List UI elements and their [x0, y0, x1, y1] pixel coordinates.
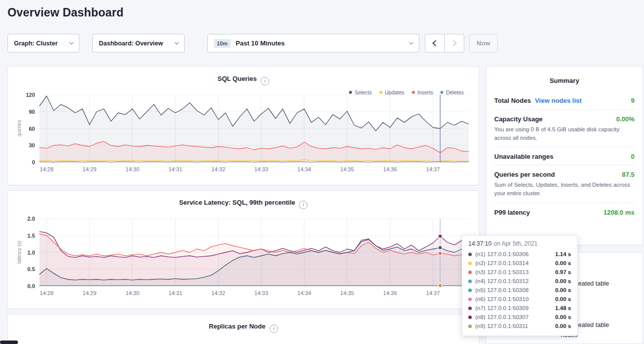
svg-text:14:35: 14:35 [340, 290, 354, 296]
tooltip-node-row: (n9) 127.0.0.1:503110.00 s [468, 322, 571, 331]
tooltip-header: 14:37:10on Apr 5th, 2021 [468, 240, 571, 247]
next-range-button[interactable] [444, 34, 464, 52]
total-nodes-label: Total Nodes [494, 97, 531, 104]
svg-text:14:31: 14:31 [169, 166, 183, 172]
node-color-dot-icon [468, 280, 472, 283]
chevron-left-icon [432, 40, 439, 46]
tooltip-node-value: 0.00 s [555, 296, 571, 302]
svg-text:60: 60 [29, 126, 35, 132]
svg-text:14:28: 14:28 [40, 290, 54, 296]
summary-row-p99: P99 latency 1208.0 ms [494, 203, 635, 221]
page-title: Overview Dashboard [7, 6, 123, 19]
total-nodes-value: 9 [631, 97, 635, 104]
tooltip-node-row: (n8) 127.0.0.1:503070.00 s [468, 313, 571, 322]
svg-text:14:29: 14:29 [83, 290, 97, 296]
latency-plot[interactable]: 0.00.51.01.52.014:2814:2914:3014:3114:32… [12, 216, 476, 301]
node-color-dot-icon [468, 253, 472, 256]
svg-text:14:37: 14:37 [426, 290, 440, 296]
svg-text:1.0: 1.0 [27, 250, 35, 256]
svg-text:14:35: 14:35 [340, 166, 354, 172]
node-color-dot-icon [468, 271, 472, 274]
p99-latency-label: P99 latency [494, 209, 530, 216]
svg-text:14:28: 14:28 [40, 166, 54, 172]
chevron-right-icon [450, 40, 457, 46]
unavailable-ranges-value: 0 [631, 153, 635, 160]
tooltip-node-value: 1.48 s [555, 305, 571, 311]
chart-hover-tooltip: 14:37:10on Apr 5th, 2021 (n1) 127.0.0.1:… [462, 235, 578, 336]
tooltip-node-value: 0.97 s [555, 269, 571, 275]
svg-text:14:34: 14:34 [298, 166, 312, 172]
tooltip-rows: (n1) 127.0.0.1:503061.14 s(n2) 127.0.0.1… [468, 250, 571, 331]
svg-text:0.0: 0.0 [27, 283, 35, 289]
tooltip-node-value: 0.00 s [555, 323, 571, 329]
node-color-dot-icon [468, 316, 472, 319]
tooltip-node-value: 0.00 s [555, 314, 571, 320]
info-icon[interactable]: i [299, 201, 308, 209]
tooltip-node-label: (n5) 127.0.0.1:50308 [475, 287, 555, 293]
info-icon[interactable]: i [261, 77, 269, 85]
latency-chart-card: Service Latency: SQL, 99th percentilei l… [7, 190, 479, 309]
svg-text:14:36: 14:36 [383, 166, 397, 172]
svg-text:14:34: 14:34 [298, 290, 312, 296]
time-range-picker[interactable]: 10m Past 10 Minutes [207, 34, 419, 52]
bottom-left-artifact [0, 341, 18, 344]
capacity-usage-subtext: You are using 0 B of 4.5 GiB usable disk… [494, 125, 635, 142]
tooltip-node-label: (n8) 127.0.0.1:50307 [475, 314, 555, 320]
svg-text:14:31: 14:31 [169, 290, 183, 296]
node-color-dot-icon [468, 325, 472, 328]
summary-row-capacity: Capacity Usage 0.00% [494, 110, 635, 127]
sql-queries-plot[interactable]: 030609012014:2814:2914:3014:3114:3214:33… [12, 92, 476, 177]
chart-title-replicas: Replicas per Node [209, 323, 265, 330]
sql-queries-chart-card: SQL Queriesi SelectsUpdatesInsertsDelete… [7, 66, 479, 185]
chevron-down-icon [409, 40, 413, 44]
p99-latency-value: 1208.0 ms [604, 209, 635, 216]
svg-text:14:33: 14:33 [255, 166, 269, 172]
node-color-dot-icon [468, 262, 472, 265]
chevron-down-icon [69, 40, 73, 44]
dashboard-dropdown[interactable]: Dashboard: Overview [92, 34, 185, 52]
svg-text:90: 90 [29, 109, 35, 115]
svg-text:14:32: 14:32 [212, 290, 226, 296]
qps-subtext: Sum of Selects, Updates, Inserts, and De… [494, 181, 635, 197]
chart-title-latency: Service Latency: SQL, 99th percentile [179, 199, 296, 206]
event-item-fragment: eated table [578, 322, 609, 329]
chevron-down-icon [175, 40, 179, 44]
info-icon[interactable]: i [270, 325, 278, 333]
svg-text:2.0: 2.0 [27, 216, 35, 222]
tooltip-node-value: 0.00 s [555, 260, 571, 266]
unavailable-ranges-label: Unavailable ranges [494, 153, 554, 160]
chart-title-sql-queries: SQL Queries [218, 75, 257, 82]
graph-dropdown[interactable]: Graph: Cluster [7, 34, 79, 52]
range-badge: 10m [214, 39, 231, 48]
tooltip-node-label: (n2) 127.0.0.1:50314 [475, 260, 555, 266]
summary-panel: Summary Total NodesView nodes list 9 Cap… [486, 66, 643, 245]
tooltip-node-row: (n3) 127.0.0.1:503130.97 s [468, 268, 571, 277]
svg-text:30: 30 [29, 142, 35, 148]
tooltip-node-label: (n4) 127.0.0.1:50312 [475, 278, 555, 284]
prev-range-button[interactable] [425, 34, 445, 52]
svg-text:1.5: 1.5 [27, 233, 35, 239]
svg-text:14:30: 14:30 [126, 166, 140, 172]
tooltip-node-row: (n2) 127.0.0.1:503140.00 s [468, 259, 571, 268]
qps-label: Queries per second [494, 171, 555, 178]
svg-text:14:29: 14:29 [83, 166, 97, 172]
summary-row-unavailable-ranges: Unavailable ranges 0 [494, 147, 635, 165]
capacity-usage-value: 0.00% [616, 115, 635, 123]
tooltip-node-row: (n5) 127.0.0.1:503080.00 s [468, 286, 571, 295]
now-button[interactable]: Now [469, 34, 498, 52]
dashboard-dropdown-label: Dashboard: Overview [99, 40, 163, 47]
capacity-usage-label: Capacity Usage [494, 115, 543, 123]
tooltip-node-value: 0.00 s [555, 287, 571, 293]
replicas-chart-card: Replicas per Nodei [7, 314, 479, 344]
view-nodes-list-link[interactable]: View nodes list [535, 97, 582, 104]
tooltip-node-label: (n3) 127.0.0.1:50313 [475, 269, 555, 275]
tooltip-node-label: (n6) 127.0.0.1:50310 [475, 296, 555, 302]
svg-text:0.5: 0.5 [27, 266, 35, 272]
tooltip-time: 14:37:10 [468, 240, 492, 247]
tooltip-node-row: (n6) 127.0.0.1:503100.00 s [468, 295, 571, 304]
node-color-dot-icon [468, 289, 472, 292]
tooltip-node-row: (n7) 127.0.0.1:503091.48 s [468, 304, 571, 313]
svg-text:120: 120 [26, 92, 35, 98]
tooltip-node-value: 0.00 s [555, 278, 571, 284]
svg-text:14:30: 14:30 [126, 290, 140, 296]
